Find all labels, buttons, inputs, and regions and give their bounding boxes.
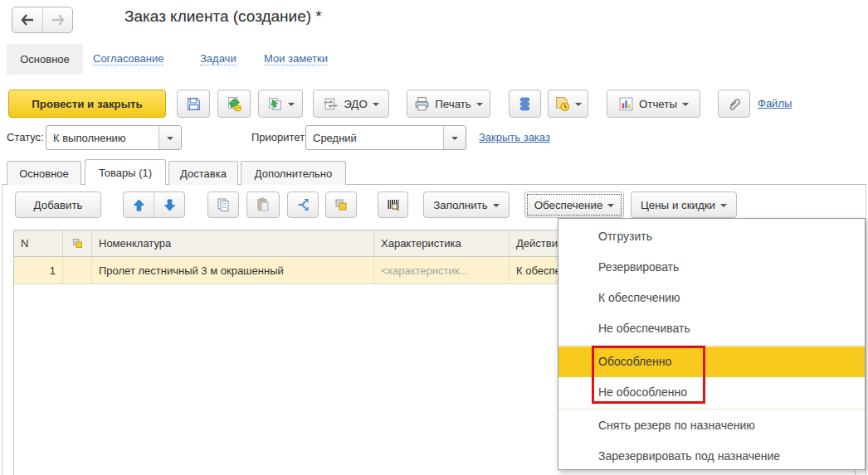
paste-row-button[interactable]	[246, 191, 280, 218]
panel-border-left	[2, 184, 2, 475]
priority-combobox[interactable]: Средний	[305, 125, 466, 150]
cell-num[interactable]: 1	[14, 257, 63, 284]
cell-separate[interactable]	[63, 257, 92, 284]
chevron-down-icon	[720, 204, 727, 207]
separate-supply-button[interactable]	[325, 191, 357, 218]
copy-row-button[interactable]	[207, 191, 239, 218]
chevron-down-icon	[167, 137, 173, 140]
tab-main[interactable]: Основное	[7, 161, 81, 185]
tab-delivery[interactable]: Доставка	[168, 161, 238, 185]
chevron-down-icon	[476, 103, 483, 106]
edo-icon	[323, 96, 339, 112]
menu-item-reserve-for-purpose[interactable]: Зарезервировать под назначение	[558, 441, 865, 472]
chevron-down-icon	[493, 204, 500, 207]
supply-dropdown-menu: Отгрузить Резервировать К обеспечению Не…	[558, 218, 866, 470]
back-button[interactable]	[12, 7, 42, 32]
overlapping-squares-icon	[334, 197, 349, 212]
registers-button[interactable]	[509, 90, 541, 118]
schedule-button[interactable]	[548, 90, 588, 118]
fill-menu-button[interactable]: Заполнить	[423, 191, 510, 218]
post-and-close-button[interactable]: Провести и закрыть	[8, 90, 166, 118]
print-button[interactable]: Печать	[407, 90, 490, 118]
cell-nomenclature[interactable]: Пролет лестничный 3 м окрашенный	[92, 257, 374, 284]
status-combobox[interactable]: К выполнению	[46, 125, 182, 150]
tab-additional[interactable]: Дополнительно	[241, 161, 346, 185]
save-button[interactable]	[177, 90, 210, 118]
document-clock-icon	[554, 96, 570, 112]
menu-item-reserve[interactable]: Резервировать	[558, 252, 865, 283]
chevron-down-icon	[682, 103, 689, 106]
post-document-icon	[227, 96, 242, 112]
menu-item-separately[interactable]: Обособленно	[558, 347, 865, 377]
create-based-on-button[interactable]	[258, 90, 303, 118]
app-window: Заказ клиента (создание) * Основное Согл…	[0, 0, 868, 475]
move-up-button[interactable]	[124, 192, 154, 217]
chevron-down-icon	[607, 204, 614, 207]
page-title: Заказ клиента (создание) *	[124, 7, 322, 26]
column-header-nomenclature[interactable]: Номенклатура	[92, 230, 374, 256]
prices-discounts-button[interactable]: Цены и скидки	[631, 191, 737, 218]
barcode-icon	[386, 197, 401, 212]
nav-item-tasks[interactable]: Задачи	[200, 52, 237, 65]
files-link[interactable]: Файлы	[758, 97, 792, 109]
menu-item-not-separately[interactable]: Не обособленно	[558, 377, 865, 408]
prices-label: Цены и скидки	[641, 199, 715, 211]
chevron-down-icon	[373, 103, 379, 106]
create-based-on-icon	[267, 96, 283, 112]
supply-menu-button[interactable]: Обеспечение	[524, 191, 624, 218]
split-row-button[interactable]	[287, 191, 319, 218]
print-label: Печать	[435, 98, 471, 110]
arrow-right-icon	[51, 14, 66, 26]
move-row-group	[123, 191, 185, 218]
barcode-scan-button[interactable]	[378, 191, 408, 218]
forward-button[interactable]	[42, 7, 72, 32]
chevron-down-icon	[575, 103, 582, 106]
priority-value: Средний	[306, 126, 443, 149]
database-icon	[517, 96, 533, 112]
column-header-num[interactable]: N	[14, 230, 63, 256]
attachments-button[interactable]	[718, 90, 750, 118]
paperclip-icon	[726, 96, 742, 112]
chart-icon	[618, 96, 634, 112]
edo-button[interactable]: ЭДО	[313, 90, 389, 118]
supply-label: Обеспечение	[534, 199, 603, 211]
paste-icon	[256, 197, 271, 212]
column-header-separate-icon[interactable]	[63, 230, 92, 256]
move-down-button[interactable]	[154, 192, 184, 217]
nav-item-notes[interactable]: Мои заметки	[264, 52, 328, 65]
post-and-close-label: Провести и закрыть	[32, 98, 143, 110]
panel-border-right	[866, 184, 866, 475]
tab-goods[interactable]: Товары (1)	[85, 159, 166, 185]
menu-item-to-supply[interactable]: К обеспечению	[558, 283, 865, 313]
overlapping-squares-icon	[71, 237, 84, 250]
add-row-button[interactable]: Добавить	[15, 191, 101, 218]
chevron-down-icon	[451, 137, 458, 140]
status-label: Статус:	[7, 131, 44, 143]
reports-label: Отчеты	[639, 98, 677, 110]
menu-item-remove-reserve[interactable]: Снять резерв по назначению	[558, 410, 865, 441]
floppy-icon	[186, 96, 202, 112]
branch-arrows-icon	[295, 197, 310, 212]
status-dropdown-button[interactable]	[158, 126, 181, 149]
menu-separator	[558, 409, 865, 410]
reports-button[interactable]: Отчеты	[607, 90, 700, 118]
priority-dropdown-button[interactable]	[443, 126, 466, 149]
cell-characteristic[interactable]: <характеристик...	[374, 257, 510, 284]
menu-item-do-not-supply[interactable]: Не обеспечивать	[558, 313, 865, 344]
copy-icon	[216, 197, 231, 212]
menu-separator	[558, 345, 865, 346]
history-nav	[12, 7, 73, 33]
add-row-label: Добавить	[34, 199, 83, 211]
arrow-down-icon	[163, 198, 177, 212]
column-header-characteristic[interactable]: Характеристика	[374, 230, 510, 256]
menu-item-ship[interactable]: Отгрузить	[558, 221, 865, 252]
edo-label: ЭДО	[344, 98, 368, 110]
close-order-link[interactable]: Закрыть заказ	[479, 131, 550, 143]
post-document-button[interactable]	[217, 90, 251, 118]
status-value: К выполнению	[46, 126, 158, 149]
arrow-left-icon	[20, 14, 35, 26]
printer-icon	[414, 96, 430, 112]
fill-label: Заполнить	[433, 199, 487, 211]
nav-item-main[interactable]: Основное	[7, 44, 83, 75]
nav-item-approval[interactable]: Согласование	[93, 52, 163, 65]
